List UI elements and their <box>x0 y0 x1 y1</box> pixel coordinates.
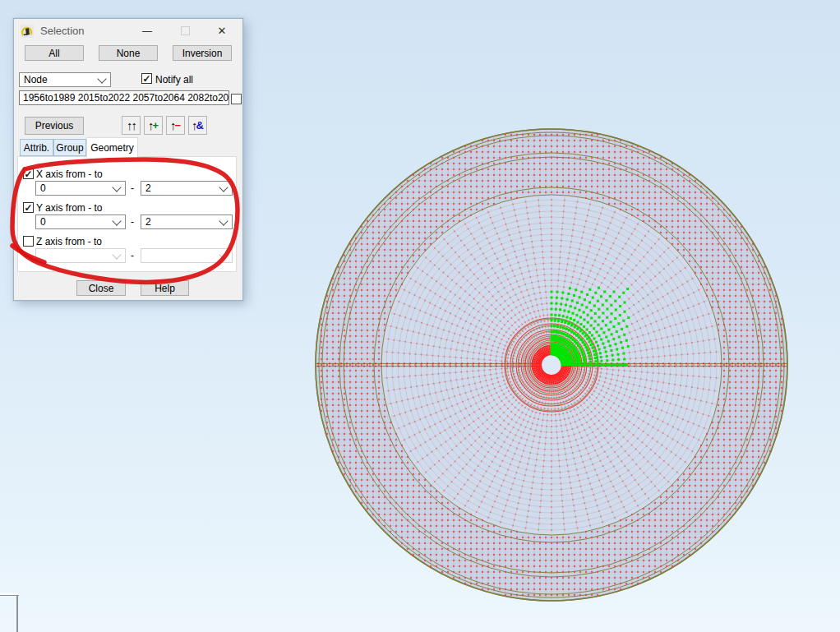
select-replace-button[interactable]: ↑↑ <box>122 116 141 135</box>
y-from-combo[interactable]: 0 <box>35 215 126 229</box>
x-axis-checkbox[interactable]: ✓ <box>23 168 34 179</box>
y-axis-label: Y axis from - to <box>36 202 102 214</box>
chevron-down-icon <box>112 250 121 259</box>
chevron-down-icon <box>219 250 228 259</box>
z-to-combo[interactable] <box>141 248 233 263</box>
x-to-value: 2 <box>145 182 151 194</box>
all-button[interactable]: All <box>25 45 84 61</box>
y-range-separator: - <box>131 216 134 228</box>
minus-icon: − <box>174 119 181 131</box>
selection-extra-checkbox[interactable] <box>231 94 242 104</box>
y-from-value: 0 <box>40 216 46 228</box>
tab-geometry[interactable]: Geometry <box>86 137 138 158</box>
previous-button[interactable]: Previous <box>25 117 84 135</box>
minimize-button[interactable]: — <box>133 20 161 42</box>
z-range-separator: - <box>131 250 134 261</box>
chevron-down-icon <box>112 216 121 225</box>
double-up-arrow-icon: ↑↑ <box>127 118 136 132</box>
ampersand-icon: & <box>196 119 204 131</box>
entity-type-value: Node <box>24 74 48 85</box>
y-to-value: 2 <box>145 216 151 228</box>
z-axis-checkbox[interactable] <box>23 236 34 247</box>
tab-attrib[interactable]: Attrib. <box>20 139 53 156</box>
chevron-down-icon <box>219 216 228 225</box>
x-from-value: 0 <box>40 182 46 194</box>
selection-dialog: Selection — ✕ All None Inversion Node ✓ … <box>13 18 243 301</box>
close-window-button[interactable]: ✕ <box>208 20 236 42</box>
chevron-down-icon <box>97 74 106 83</box>
selection-dialog-icon <box>21 25 34 38</box>
background-window-edge-vertical <box>16 595 18 632</box>
maximize-button[interactable] <box>171 20 199 42</box>
close-button[interactable]: Close <box>76 280 126 296</box>
maximize-icon <box>181 26 190 35</box>
none-button[interactable]: None <box>99 45 158 61</box>
y-to-combo[interactable]: 2 <box>141 215 233 229</box>
notify-all-label: Notify all <box>155 74 193 85</box>
plus-icon: + <box>152 119 159 131</box>
y-axis-checkbox[interactable]: ✓ <box>23 202 34 213</box>
tab-group[interactable]: Group <box>53 139 86 156</box>
select-intersect-button[interactable]: ↑& <box>188 116 207 135</box>
select-remove-button[interactable]: ↑− <box>166 116 185 135</box>
chevron-down-icon <box>219 182 228 191</box>
dialog-title: Selection <box>40 25 84 37</box>
x-from-combo[interactable]: 0 <box>35 181 126 196</box>
x-axis-label: X axis from - to <box>36 168 103 180</box>
z-from-combo[interactable] <box>35 248 126 263</box>
chevron-down-icon <box>112 182 121 191</box>
desktop: { "dialog": { "title": "Selection", "win… <box>0 0 840 632</box>
x-to-combo[interactable]: 2 <box>141 181 233 196</box>
selection-ranges-field[interactable]: 1956to1989 2015to2022 2057to2064 2082to2… <box>19 90 229 105</box>
help-button[interactable]: Help <box>141 280 189 296</box>
inversion-button[interactable]: Inversion <box>173 45 232 61</box>
z-axis-label: Z axis from - to <box>36 236 102 247</box>
entity-type-combo[interactable]: Node <box>19 72 111 87</box>
select-add-button[interactable]: ↑+ <box>144 116 163 135</box>
geometry-tab-panel: ✓ X axis from - to 0 - 2 ✓ Y axis from -… <box>17 156 237 272</box>
x-range-separator: - <box>131 182 134 194</box>
notify-all-checkbox[interactable]: ✓ <box>141 73 152 84</box>
